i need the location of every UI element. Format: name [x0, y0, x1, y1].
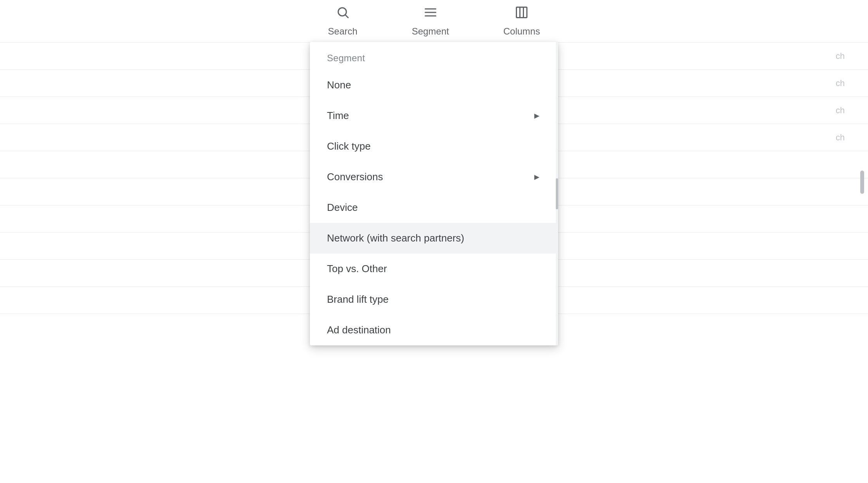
- segment-item-click-type-label: Click type: [327, 140, 371, 152]
- segment-item-top-vs-other[interactable]: Top vs. Other: [310, 254, 558, 284]
- time-arrow-icon: ►: [533, 111, 541, 121]
- toolbar-item-columns[interactable]: Columns: [496, 2, 548, 41]
- svg-line-1: [346, 15, 348, 18]
- bg-row-text-2: ch: [836, 78, 845, 88]
- segment-item-network[interactable]: Network (with search partners): [310, 223, 558, 254]
- toolbar-item-search[interactable]: Search: [320, 2, 365, 41]
- segment-item-device-label: Device: [327, 202, 358, 214]
- segment-item-ad-destination[interactable]: Ad destination: [310, 315, 558, 345]
- segment-item-network-label: Network (with search partners): [327, 232, 464, 244]
- dropdown-scrollbar-thumb: [556, 178, 558, 209]
- svg-point-0: [338, 8, 346, 16]
- segment-item-device[interactable]: Device: [310, 192, 558, 223]
- segment-dropdown: Segment None Time ► Click type Conversio…: [310, 42, 558, 345]
- conversions-arrow-icon: ►: [533, 172, 541, 182]
- bg-row-text-3: ch: [836, 105, 845, 116]
- segment-item-click-type[interactable]: Click type: [310, 131, 558, 162]
- bg-row-text-1: ch: [836, 51, 845, 61]
- toolbar: Search Segment Columns: [0, 0, 868, 43]
- segment-item-none-label: None: [327, 79, 351, 91]
- bg-row-text-4: ch: [836, 133, 845, 143]
- segment-item-time-label: Time: [327, 110, 349, 122]
- dropdown-header: Segment: [310, 42, 558, 70]
- segment-item-conversions-label: Conversions: [327, 171, 383, 183]
- segment-item-ad-destination-label: Ad destination: [327, 324, 391, 336]
- segment-icon: [424, 5, 437, 23]
- segment-item-top-vs-other-label: Top vs. Other: [327, 263, 387, 275]
- columns-label: Columns: [503, 26, 540, 37]
- segment-item-none[interactable]: None: [310, 70, 558, 100]
- columns-icon: [515, 5, 529, 23]
- segment-item-time[interactable]: Time ►: [310, 100, 558, 131]
- background-scrollbar: [860, 171, 864, 194]
- search-icon: [336, 5, 350, 23]
- segment-label: Segment: [412, 26, 449, 37]
- segment-item-brand-lift-type[interactable]: Brand lift type: [310, 284, 558, 315]
- svg-rect-5: [517, 7, 527, 18]
- search-label: Search: [328, 26, 358, 37]
- dropdown-scrollbar-track: [556, 42, 558, 345]
- segment-item-conversions[interactable]: Conversions ►: [310, 162, 558, 192]
- toolbar-item-segment[interactable]: Segment: [404, 2, 457, 41]
- segment-item-brand-lift-type-label: Brand lift type: [327, 293, 389, 305]
